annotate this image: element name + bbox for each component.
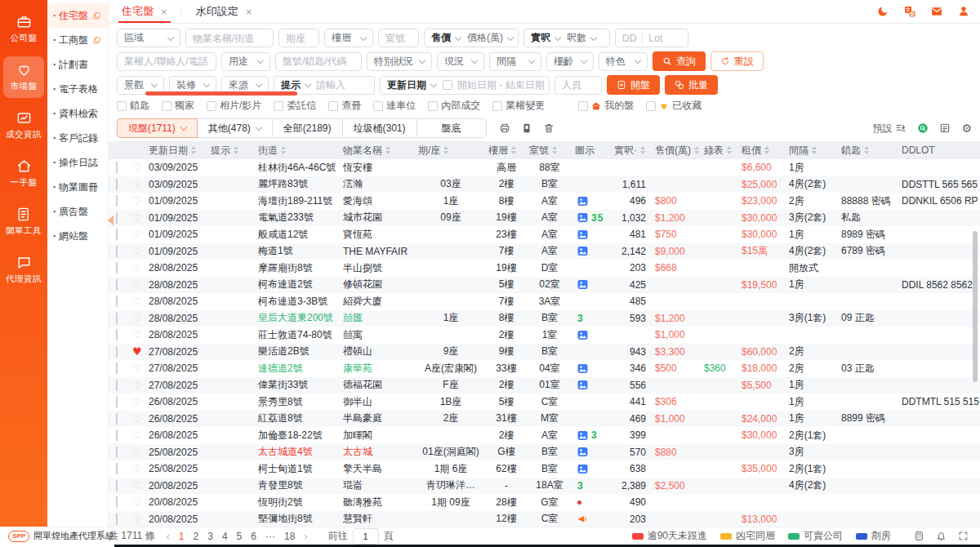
filter-dual-DD-Lot[interactable]: DDLot [615,29,688,47]
prev-page-icon[interactable]: ‹ [166,530,169,542]
table-row[interactable]: ♡01/09/2025海壇街189-211號愛海頌1座8樓A室496$800$2… [109,193,980,210]
table-row[interactable]: ♡25/08/2025柯士甸道1號擎天半島1期 6座62樓B室638$35,00… [109,460,980,478]
filter-input-室號[interactable] [378,29,419,47]
text-input[interactable] [562,79,595,91]
heart-icon[interactable]: ♡ [132,279,141,291]
preset-button[interactable]: 預設 % [872,122,906,136]
checkbox[interactable] [116,496,118,508]
table-row[interactable]: ♡01/09/2025電氣道233號城市花園09座19樓A室351,032$1,… [109,210,980,227]
heart-icon[interactable]: ♡ [132,329,141,340]
nav-item-市場盤[interactable]: 市場盤 [3,56,44,98]
sidebar-item-廣告盤[interactable]: ·廣告盤 [47,199,108,224]
sidebar-item-住宅盤[interactable]: ·住宅盤 [47,3,108,28]
heart-icon[interactable]: ♡ [132,447,141,458]
checkbox[interactable] [116,279,118,291]
copy-icon[interactable] [92,36,101,45]
header-租價[interactable]: 租價 [739,144,786,158]
sidebar-item-電子表格[interactable]: ·電子表格 [47,77,108,101]
scrollbar-thumb[interactable] [973,231,978,382]
text-input[interactable] [124,56,209,67]
filter-checkbox-我的盤[interactable]: 我的盤 [578,99,634,113]
table-row[interactable]: ♡01/09/2025梅道1號THE MAYFAIR7樓A室2,142$9,00… [109,243,980,260]
table-row[interactable]: ♡28/08/2025莊士敦道74-80號囍寓2樓1室$1,000 [109,327,980,344]
checkbox[interactable] [116,362,118,374]
heart-icon[interactable]: ♡ [132,429,141,441]
heart-icon[interactable]: ♡ [132,229,141,240]
text-input[interactable] [316,79,368,91]
collapse-handle[interactable] [103,216,114,225]
checkbox[interactable] [116,296,118,307]
header-提示[interactable]: 提示 [208,144,256,158]
heart-icon[interactable]: ♡ [132,480,141,491]
translate-icon[interactable]: 文A [903,5,916,18]
heart-icon[interactable]: ♡ [132,396,141,407]
text-input[interactable] [286,33,312,44]
printer-icon[interactable] [499,122,510,134]
page-2[interactable]: 2 [194,531,199,542]
filter-select-區域[interactable]: 區域 [117,29,180,47]
heart-icon[interactable]: ♡ [132,179,141,190]
filter-daterange-更新日期[interactable]: 更新日期開始日期 - 結束日期 [380,76,550,95]
nav-item-一手盤[interactable]: 一手盤 [3,153,44,194]
heart-icon[interactable]: ♡ [132,212,141,224]
filter-input-人員[interactable] [555,76,602,95]
header-街道[interactable]: 街道 [256,144,341,158]
header-物業名稱[interactable]: 物業名稱 [341,144,416,158]
table-row[interactable]: ♡28/08/2025柯布連道2號修頓花園5樓02室425$19,5001房DD… [109,277,980,294]
list-tab-現盤(1711)[interactable]: 現盤(1711) [117,118,198,138]
table-row[interactable]: ♥27/08/2025樂活道2B號禮頓山9座9樓B室943$3,300$60,0… [109,344,980,361]
next-page-icon[interactable]: › [304,530,307,542]
nav-item-開單工具[interactable]: 開單工具 [3,201,44,242]
heart-icon[interactable]: ♡ [132,246,141,257]
filter-checkbox-業權變更[interactable]: 業權變更 [492,99,545,113]
page-4[interactable]: 4 [222,531,228,542]
export-icon[interactable] [521,122,532,134]
filter-select-樓層[interactable]: 樓層 [324,29,373,47]
page-1[interactable]: 1 [179,531,185,542]
sidebar-item-網站盤[interactable]: ·網站盤 [47,224,108,248]
text-input[interactable] [385,33,412,44]
checkbox[interactable] [116,246,118,257]
heart-icon[interactable]: ♥ [132,345,142,358]
sidebar-item-工商盤[interactable]: ·工商盤 [47,28,108,52]
checkbox[interactable] [116,329,118,340]
filter-select-特色[interactable]: 特色 [599,52,648,71]
重設-button[interactable]: 重設 [710,51,764,71]
filter-checkbox-已收藏[interactable]: 已收藏 [646,99,702,113]
checkbox[interactable] [116,162,118,173]
page-18[interactable]: 18 [284,531,295,542]
page-5[interactable]: 5 [237,531,243,542]
checkbox[interactable] [116,429,118,441]
table-row[interactable]: ♡26/08/2025景秀里8號御半山1B座5樓C室441$3061房DDTMT… [109,394,980,411]
filter-checkbox-鎖匙[interactable]: 鎖匙 [117,99,149,113]
checkbox[interactable] [116,480,118,491]
開盤-button[interactable]: 開盤 [607,75,660,95]
table-row[interactable]: ♡28/08/2025摩羅廟街8號半山捌號19樓D室203$668開放式 [109,260,980,277]
header-室號[interactable]: 室號 [527,144,572,158]
filter-checkbox-委託信[interactable]: 委託信 [274,99,316,113]
nav-item-公司盤[interactable]: 公司盤 [3,8,44,50]
checkbox[interactable] [116,463,118,474]
checkbox[interactable] [116,396,118,407]
list-tab-其他(478)[interactable]: 其他(478) [197,118,273,138]
checkbox[interactable] [116,262,118,274]
header-樓層[interactable]: 樓層 [486,144,527,158]
filter-select-用途[interactable]: 用途 [221,52,270,71]
sidebar-item-資料檢索[interactable]: ·資料檢索 [47,101,108,126]
checkbox[interactable] [116,514,118,525]
page-3[interactable]: 3 [207,531,213,542]
nav-item-成交資訊[interactable]: 成交資訊 [3,105,44,146]
heart-icon[interactable]: ♡ [132,413,141,425]
mail-icon[interactable] [930,5,943,18]
header-期/座[interactable]: 期/座 [416,144,486,158]
close-icon[interactable]: × [246,7,252,17]
filter-select-樓齡[interactable]: 樓齡 [546,52,594,71]
heart-icon[interactable]: ♡ [132,496,141,508]
header-更新日期[interactable]: 更新日期 [146,144,208,158]
heart-icon[interactable]: ♡ [132,313,141,324]
heart-icon[interactable]: ♡ [132,296,141,307]
filter-input-期座[interactable] [278,29,319,47]
heart-icon[interactable]: ♡ [132,362,141,374]
close-icon[interactable]: × [161,7,167,17]
sidebar-item-計劃書[interactable]: ·計劃書 [47,52,108,77]
